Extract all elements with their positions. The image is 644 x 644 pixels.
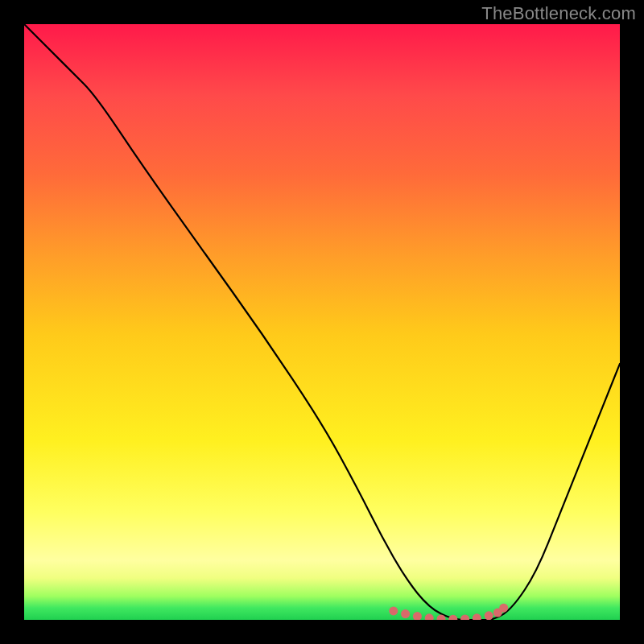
chart-gradient-background bbox=[24, 24, 620, 620]
watermark-text: TheBottleneck.com bbox=[481, 3, 636, 24]
